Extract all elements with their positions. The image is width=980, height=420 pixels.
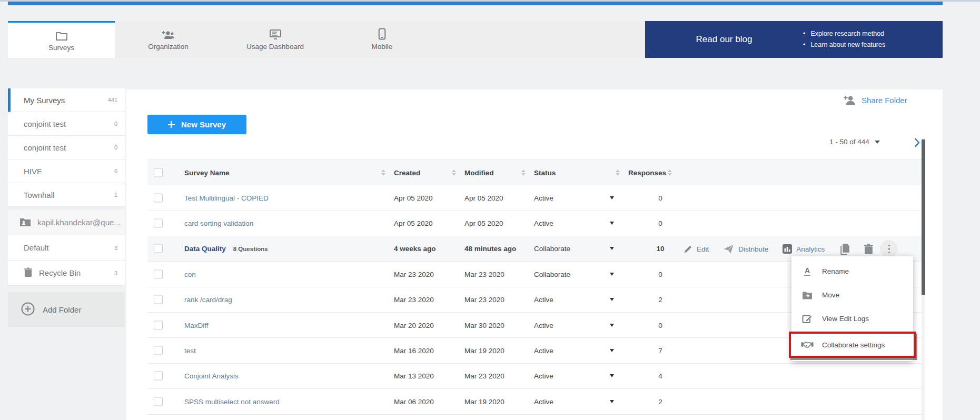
- scrollbar-track: [922, 138, 925, 420]
- created-date: Mar 23 2020: [394, 296, 434, 304]
- modified-date: Mar 19 2020: [464, 397, 504, 405]
- created-date: Mar 06 2020: [394, 397, 434, 405]
- sidebar-item-townhall[interactable]: Townhall1: [8, 183, 125, 207]
- action-label-distribute: Distribute: [738, 245, 768, 253]
- read-our-blog-link[interactable]: Read our blog: [685, 34, 764, 45]
- folder-sidebar: My Surveys441conjoint test0conjoint test…: [8, 88, 125, 327]
- sidebar-item-conjoint-test[interactable]: conjoint test0: [8, 112, 125, 136]
- dashboard-icon: [269, 28, 282, 40]
- survey-name-link[interactable]: card sorting validation: [184, 219, 253, 227]
- status-caret-icon[interactable]: [610, 374, 614, 377]
- copy-icon: [839, 243, 850, 255]
- sidebar-item-recycle-bin[interactable]: Recycle Bin3: [8, 261, 125, 286]
- row-checkbox[interactable]: [154, 397, 163, 406]
- move-icon: [801, 289, 814, 301]
- response-count: 7: [634, 347, 687, 355]
- delete-button[interactable]: [864, 244, 874, 255]
- sidebar-item-kapil-khandekar-que[interactable]: kapil.khandekar@que...: [8, 210, 125, 235]
- sort-icon[interactable]: [521, 169, 526, 176]
- new-survey-button[interactable]: New Survey: [147, 115, 246, 134]
- tab-surveys[interactable]: Surveys: [8, 21, 115, 58]
- edit-button[interactable]: Edit: [683, 244, 709, 254]
- row-checkbox[interactable]: [154, 346, 163, 355]
- status-caret-icon[interactable]: [610, 222, 614, 225]
- column-header-status[interactable]: Status: [534, 168, 556, 176]
- status-dropdown[interactable]: Active: [534, 347, 553, 355]
- menu-item-rename[interactable]: ARename: [791, 259, 913, 283]
- status-dropdown[interactable]: Active: [534, 296, 553, 304]
- created-date: Mar 23 2020: [394, 270, 434, 278]
- folder-count: 0: [114, 121, 117, 127]
- sidebar-item-default[interactable]: Default3: [8, 235, 125, 261]
- pagination-dropdown[interactable]: 1 - 50 of 444: [829, 138, 880, 146]
- sort-icon[interactable]: [616, 169, 620, 176]
- status-dropdown[interactable]: Active: [534, 372, 553, 380]
- sidebar-item-my-surveys[interactable]: My Surveys441: [8, 88, 125, 112]
- sort-icon[interactable]: [381, 169, 385, 176]
- analytics-button[interactable]: Analytics: [782, 244, 825, 254]
- status-caret-icon[interactable]: [610, 349, 614, 352]
- status-dropdown[interactable]: Active: [534, 219, 553, 227]
- menu-item-collaborate-settings[interactable]: Collaborate settings: [789, 332, 916, 358]
- survey-name-link[interactable]: Conjoint Analysis: [184, 372, 239, 380]
- column-header-responses[interactable]: Responses: [628, 168, 666, 176]
- survey-name-link[interactable]: test: [184, 347, 196, 355]
- sort-icon[interactable]: [452, 169, 456, 176]
- status-dropdown[interactable]: Collaborate: [534, 245, 570, 253]
- status-caret-icon[interactable]: [610, 247, 614, 250]
- survey-name-link[interactable]: con: [184, 270, 196, 278]
- row-checkbox[interactable]: [154, 244, 163, 253]
- sidebar-item-label: kapil.khandekar@que...: [37, 218, 121, 227]
- survey-name-link[interactable]: Data Quality8 Questions: [184, 245, 268, 253]
- tab-organization[interactable]: Organization: [115, 21, 222, 58]
- caret-down-icon: [875, 141, 880, 144]
- response-count: 0: [634, 194, 687, 202]
- row-checkbox[interactable]: [154, 372, 163, 381]
- created-date: 4 weeks ago: [394, 245, 436, 253]
- row-checkbox[interactable]: [154, 219, 163, 228]
- tab-usage-dashboard[interactable]: Usage Dashboard: [222, 21, 329, 58]
- survey-name-link[interactable]: Test Multilingual - COPIED: [184, 194, 269, 202]
- status-caret-icon[interactable]: [610, 324, 614, 327]
- menu-item-view-edit-logs[interactable]: View Edit Logs: [791, 307, 913, 331]
- copy-button[interactable]: [839, 243, 850, 255]
- sidebar-item-conjoint-test[interactable]: conjoint test0: [8, 136, 125, 159]
- next-page-button[interactable]: [914, 138, 920, 149]
- row-checkbox[interactable]: [154, 193, 163, 202]
- status-dropdown[interactable]: Active: [534, 321, 553, 329]
- more-options-button[interactable]: [880, 240, 898, 258]
- select-all-checkbox[interactable]: [154, 168, 163, 177]
- add-folder-button[interactable]: Add Folder: [8, 292, 125, 327]
- sidebar-item-label: HIVE: [24, 167, 42, 176]
- pagination-range: 1 - 50 of 444: [829, 138, 869, 146]
- tab-mobile[interactable]: Mobile: [329, 21, 435, 58]
- row-checkbox[interactable]: [154, 321, 163, 329]
- row-checkbox[interactable]: [154, 269, 163, 278]
- share-folder-button[interactable]: Share Folder: [843, 95, 907, 105]
- scrollbar-thumb[interactable]: [922, 139, 925, 295]
- row-checkbox[interactable]: [154, 295, 163, 304]
- status-caret-icon[interactable]: [610, 196, 614, 199]
- column-header-modified[interactable]: Modified: [464, 168, 494, 176]
- status-caret-icon[interactable]: [610, 400, 614, 403]
- survey-name-link[interactable]: MaxDiff: [184, 321, 209, 329]
- modified-date: Mar 23 2020: [464, 296, 504, 304]
- add-folder-label: Add Folder: [43, 305, 81, 314]
- distribute-button[interactable]: Distribute: [722, 244, 768, 254]
- modified-date: Mar 23 2020: [464, 372, 504, 380]
- status-caret-icon[interactable]: [610, 298, 614, 301]
- sidebar-item-hive[interactable]: HIVE6: [8, 159, 125, 183]
- status-dropdown[interactable]: Active: [534, 194, 553, 202]
- status-dropdown[interactable]: Active: [534, 397, 553, 405]
- status-dropdown[interactable]: Collaborate: [534, 270, 570, 278]
- question-count-badge: 8 Questions: [233, 246, 268, 252]
- new-survey-label: New Survey: [181, 120, 226, 129]
- survey-name-link[interactable]: SPSS multiselect not answerd: [184, 397, 280, 405]
- column-header-survey-name[interactable]: Survey Name: [184, 168, 230, 176]
- sort-icon[interactable]: [668, 169, 672, 176]
- blog-banner: Read our blog Explore research method Le…: [645, 21, 943, 58]
- status-caret-icon[interactable]: [610, 273, 614, 276]
- survey-name-link[interactable]: rank /card/drag: [184, 296, 232, 304]
- column-header-created[interactable]: Created: [394, 168, 420, 176]
- menu-item-move[interactable]: Move: [791, 283, 913, 307]
